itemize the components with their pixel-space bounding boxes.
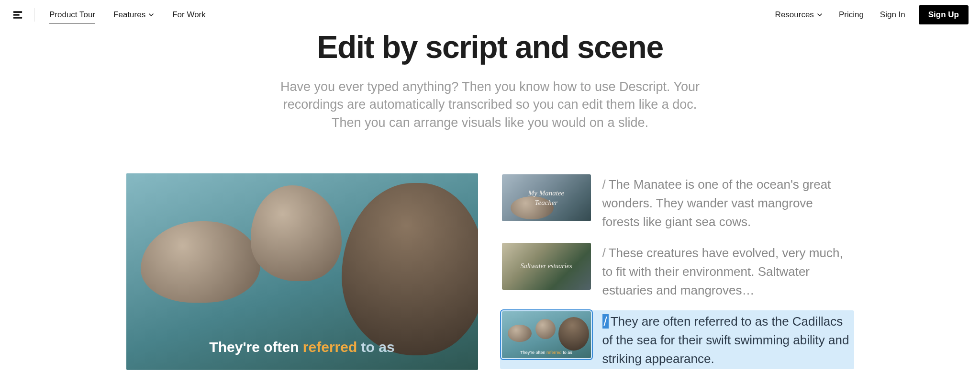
nav-divider	[34, 8, 35, 22]
nav-resources[interactable]: Resources	[768, 7, 829, 23]
thumb-caption-segment: They're often	[520, 350, 546, 355]
video-preview[interactable]: They're often referred to as	[126, 173, 478, 370]
hero-title: Edit by script and scene	[0, 30, 980, 65]
scene-divider-slash: /	[602, 246, 606, 260]
nav-pricing[interactable]: Pricing	[832, 7, 870, 23]
scene-row[interactable]: Saltwater estuaries /These creatures hav…	[500, 242, 854, 301]
scene-list: My Manatee Teacher /The Manatee is one o…	[500, 173, 854, 370]
nav-resources-label: Resources	[775, 10, 814, 20]
nav-for-work[interactable]: For Work	[166, 7, 212, 23]
nav-product-tour[interactable]: Product Tour	[43, 7, 102, 23]
hero-subtitle: Have you ever typed anything? Then you k…	[275, 78, 705, 132]
top-nav: Product Tour Features For Work Resources…	[0, 0, 980, 30]
scene-divider-slash: /	[602, 177, 606, 192]
chevron-down-icon	[148, 12, 154, 18]
scene-row-selected[interactable]: They're often referred to as /They are o…	[500, 310, 854, 369]
scene-transcript-text[interactable]: /The Manatee is one of the ocean's great…	[602, 174, 852, 231]
scene-transcript-text[interactable]: /These creatures have evolved, very much…	[602, 243, 852, 300]
scene-thumb-caption: They're often referred to as	[502, 350, 591, 355]
svg-rect-1	[13, 14, 20, 16]
scene-thumb-title: Saltwater estuaries	[521, 262, 572, 271]
manatee-shape	[558, 317, 589, 351]
nav-left-group: Product Tour Features For Work	[11, 7, 212, 23]
scene-thumbnail[interactable]: My Manatee Teacher	[502, 174, 591, 221]
nav-right-group: Resources Pricing Sign In Sign Up	[768, 5, 969, 24]
scene-thumbnail-selected[interactable]: They're often referred to as	[502, 311, 591, 358]
svg-rect-2	[13, 17, 22, 19]
hero-section: Edit by script and scene Have you ever t…	[0, 30, 980, 132]
manatee-shape	[508, 325, 532, 342]
sign-up-button[interactable]: Sign Up	[919, 5, 969, 24]
caption-highlight-word: referred	[303, 339, 357, 355]
content-section: They're often referred to as My Manatee …	[0, 173, 980, 370]
video-caption: They're often referred to as	[126, 339, 478, 355]
scene-text-content: The Manatee is one of the ocean's great …	[602, 177, 831, 229]
chevron-down-icon	[817, 12, 823, 18]
logo-icon	[12, 10, 23, 20]
nav-features-label: Features	[113, 10, 145, 20]
thumb-caption-highlight: referred	[546, 350, 562, 355]
scene-thumb-title: My Manatee Teacher	[528, 188, 564, 208]
svg-rect-0	[13, 11, 22, 13]
scene-text-content: These creatures have evolved, very much,…	[602, 246, 843, 297]
manatee-shape	[535, 319, 556, 339]
nav-sign-in[interactable]: Sign In	[873, 7, 912, 23]
caption-segment: They're often	[209, 339, 303, 355]
scene-text-content: They are often referred to as the Cadill…	[602, 314, 849, 366]
caption-segment: to as	[357, 339, 394, 355]
thumb-caption-segment: to as	[562, 350, 572, 355]
nav-features[interactable]: Features	[107, 7, 161, 23]
scene-divider-slash-active: /	[602, 314, 609, 329]
scene-row[interactable]: My Manatee Teacher /The Manatee is one o…	[500, 173, 854, 232]
scene-thumbnail[interactable]: Saltwater estuaries	[502, 243, 591, 290]
scene-transcript-text[interactable]: /They are often referred to as the Cadil…	[602, 311, 852, 368]
descript-logo[interactable]	[11, 9, 24, 21]
